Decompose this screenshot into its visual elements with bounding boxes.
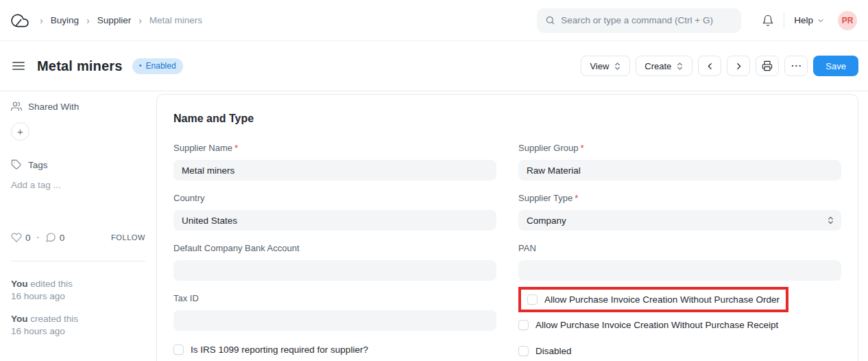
field-label: Supplier Name* [173,143,496,153]
tags-label: Tags [28,160,48,170]
field-label-text: Supplier Group [518,143,578,153]
section-title: Name and Type [173,113,841,125]
breadcrumb-separator-icon: › [138,15,142,26]
form-card: Name and Type Supplier Name* Country [156,94,858,361]
print-button[interactable] [756,56,779,76]
disabled-checkbox-row: Disabled [518,346,841,356]
next-document-button[interactable] [727,56,750,76]
field-label: Supplier Type* [518,193,841,203]
field-supplier-name: Supplier Name* [173,143,496,180]
previous-document-button[interactable] [698,56,721,76]
field-label-text: Supplier Type [518,193,572,203]
chevron-down-icon [817,17,824,24]
follow-button[interactable]: FOLLOW [111,233,145,242]
chevron-up-down-icon [614,62,621,71]
sidebar-toggle-menu-icon[interactable] [12,60,25,71]
allow-pi-without-pr-checkbox-row: Allow Purchase Invoice Creation Without … [518,320,841,330]
field-label: PAN [518,243,841,253]
field-label-text: Supplier Name [173,143,232,153]
country-input[interactable] [173,210,496,231]
allow-pi-without-po-checkbox-label[interactable]: Allow Purchase Invoice Creation Without … [544,294,780,305]
dot-separator: · [36,231,40,244]
allow-pi-without-pr-checkbox-label[interactable]: Allow Purchase Invoice Creation Without … [535,320,778,330]
activity-when: 16 hours ago [11,325,145,338]
breadcrumb-item-current: Metal miners [149,15,202,25]
tag-icon [11,159,22,170]
tax-id-input[interactable] [173,310,496,331]
field-label-text: PAN [518,243,536,253]
allow-pi-without-po-checkbox[interactable] [527,294,538,305]
document-sidebar: Shared With + Tags Add a tag ... 0 · [0,91,156,361]
create-dropdown-button[interactable]: Create [636,56,692,76]
field-tax-id: Tax ID [173,293,496,331]
required-mark: * [234,143,238,153]
notifications-bell-icon[interactable] [762,14,774,27]
activity-when: 16 hours ago [11,290,145,303]
app-logo-cloud-icon[interactable] [11,12,29,30]
help-label: Help [794,15,813,25]
field-label-text: Country [173,193,205,203]
activity-entry-created: You created this 16 hours ago [11,313,145,338]
user-avatar[interactable]: PR [838,11,857,30]
form-grid: Supplier Name* Country Default Company B… [173,143,841,356]
activity-entry-edited: You edited this 16 hours ago [11,278,145,303]
required-mark: * [580,143,583,153]
field-label-text: Default Company Bank Account [173,243,300,253]
help-menu[interactable]: Help [794,15,824,25]
supplier-type-select[interactable] [518,210,841,231]
breadcrumb-separator-icon: › [40,15,43,26]
pan-input[interactable] [518,260,841,281]
field-label: Supplier Group* [518,143,841,153]
search-icon [545,15,555,25]
field-label: Tax ID [173,293,496,303]
toolbar-actions: View Create [581,56,858,76]
add-share-button[interactable]: + [11,122,29,141]
users-icon [11,101,22,112]
status-badge: • Enabled [132,58,183,74]
save-button[interactable]: Save [813,56,858,76]
more-actions-button[interactable]: ⋯ [784,56,808,76]
activity-action: created this [30,314,78,324]
disabled-checkbox-label[interactable]: Disabled [535,346,572,356]
breadcrumb-item-supplier[interactable]: Supplier [97,15,132,25]
comments-count: 0 [60,233,65,243]
activity-who: You [11,314,28,324]
heart-like-icon[interactable] [11,232,22,243]
add-tag-input[interactable]: Add a tag ... [11,180,145,190]
disabled-checkbox[interactable] [518,346,529,356]
activity-action: edited this [30,279,73,289]
required-mark: * [575,193,578,203]
field-pan: PAN [518,243,841,281]
page-body: Shared With + Tags Add a tag ... 0 · [0,91,868,361]
main-content: Name and Type Supplier Name* Country [156,91,868,361]
document-title-bar: Metal miners • Enabled View Create [0,41,868,91]
status-dot-icon: • [139,62,142,69]
search-input[interactable] [561,15,733,25]
irs-1099-checkbox[interactable] [173,345,184,355]
supplier-name-input[interactable] [173,160,496,180]
view-dropdown-button[interactable]: View [581,56,630,76]
comment-icon[interactable] [45,232,56,243]
global-search[interactable] [537,8,741,33]
breadcrumb-separator-icon: › [86,15,90,26]
supplier-type-select-wrap [518,210,841,231]
field-default-company-bank-account: Default Company Bank Account [173,243,496,281]
ellipsis-icon: ⋯ [791,60,801,71]
tags-section: Tags [11,159,145,170]
irs-1099-checkbox-label[interactable]: Is IRS 1099 reporting required for suppl… [191,345,368,355]
activity-who: You [11,279,28,289]
view-button-label: View [590,61,609,71]
likes-count: 0 [25,233,31,243]
form-column-right: Supplier Group* Supplier Type* [518,143,841,356]
default-company-bank-account-input[interactable] [173,260,496,281]
field-label: Country [173,193,496,203]
shared-with-label: Shared With [28,102,79,112]
chevron-right-icon [734,62,743,71]
header-divider [784,12,784,29]
field-label-text: Tax ID [173,293,199,303]
allow-pi-without-pr-checkbox[interactable] [518,320,529,330]
breadcrumb-item-buying[interactable]: Buying [51,15,79,25]
supplier-group-input[interactable] [518,160,841,180]
chevron-up-down-icon [676,62,684,71]
breadcrumb: › Buying › Supplier › Metal miners [40,15,202,26]
